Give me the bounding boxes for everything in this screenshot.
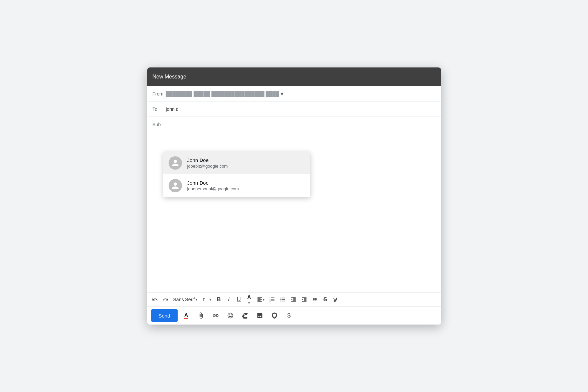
increase-indent-button[interactable]: [299, 295, 309, 304]
emoji-button[interactable]: [224, 310, 236, 322]
font-family-chevron: ▾: [195, 297, 197, 302]
svg-text:T: T: [205, 300, 207, 302]
font-size-chevron: ▾: [209, 297, 211, 302]
undo-button[interactable]: [150, 295, 160, 304]
underline-button[interactable]: U: [234, 295, 243, 304]
autocomplete-item[interactable]: John Doe jdoebiz@google.com: [163, 152, 310, 174]
to-input[interactable]: john d: [166, 107, 179, 112]
subject-row: Sub: [147, 117, 441, 132]
redo-button[interactable]: [161, 295, 171, 304]
remove-format-button[interactable]: [331, 295, 341, 304]
attach-button[interactable]: [195, 310, 207, 322]
signature-button[interactable]: $: [283, 310, 295, 322]
subject-input[interactable]: [166, 122, 436, 127]
contact-avatar: [169, 156, 182, 170]
svg-text:T: T: [203, 298, 205, 302]
contact-email: jdoepersonal@google.com: [187, 186, 239, 191]
from-value: ████████ █████ ████████████████ ████: [166, 91, 279, 96]
photo-button[interactable]: [254, 310, 266, 322]
formatting-toolbar: Sans Serif ▾ T T ▾ B I U A ▾ ▾: [147, 292, 441, 307]
link-button[interactable]: [210, 310, 222, 322]
decrease-indent-button[interactable]: [288, 295, 299, 304]
to-label: To: [153, 107, 166, 112]
from-dropdown-icon[interactable]: ▾: [280, 90, 283, 97]
contact-info: John Doe jdoebiz@google.com: [187, 157, 228, 169]
bold-button[interactable]: B: [214, 295, 223, 304]
blockquote-button[interactable]: [310, 295, 320, 304]
drive-button[interactable]: [239, 310, 251, 322]
compose-window: New Message From ████████ █████ ████████…: [147, 67, 441, 325]
align-button[interactable]: ▾: [255, 295, 266, 304]
font-size-select[interactable]: T T ▾: [201, 295, 213, 304]
confidential-button[interactable]: [268, 310, 280, 322]
from-row: From ████████ █████ ████████████████ ███…: [147, 86, 441, 102]
subject-label: Sub: [153, 122, 166, 127]
to-row: To john d John Doe jdoebiz@google.com: [147, 102, 441, 117]
font-color-button[interactable]: A ▾: [244, 295, 254, 304]
formatting-toggle-button[interactable]: A: [180, 310, 192, 322]
compose-header: New Message: [147, 67, 441, 86]
numbered-list-button[interactable]: [267, 295, 277, 304]
contact-info: John Doe jdoepersonal@google.com: [187, 180, 239, 191]
compose-actions: Send A $: [147, 307, 441, 325]
strikethrough-button[interactable]: S: [321, 295, 330, 304]
contact-name: John Doe: [187, 157, 228, 163]
compose-title: New Message: [153, 74, 186, 80]
autocomplete-dropdown: John Doe jdoebiz@google.com John Doe jdo…: [163, 152, 310, 197]
italic-button[interactable]: I: [224, 295, 233, 304]
font-family-select[interactable]: Sans Serif ▾: [171, 296, 200, 304]
contact-email: jdoebiz@google.com: [187, 164, 228, 169]
contact-name: John Doe: [187, 180, 239, 186]
send-button[interactable]: Send: [151, 309, 178, 322]
autocomplete-item[interactable]: John Doe jdoepersonal@google.com: [163, 174, 310, 197]
bulleted-list-button[interactable]: [278, 295, 288, 304]
contact-avatar: [169, 179, 182, 192]
from-label: From: [153, 91, 166, 96]
